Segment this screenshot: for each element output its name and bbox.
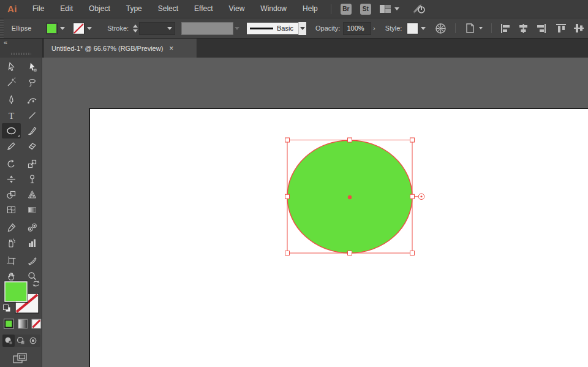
menu-object[interactable]: Object: [81, 0, 118, 18]
stroke-weight-label: Stroke:: [107, 25, 129, 32]
gpu-performance-icon[interactable]: [412, 3, 426, 15]
chevron-down-icon: [235, 27, 239, 30]
default-fill-stroke-icon[interactable]: [2, 304, 12, 313]
tools-panel: T: [0, 58, 42, 367]
fill-color-swatch: [46, 23, 58, 34]
slice-tool[interactable]: [23, 253, 42, 268]
selection-handle[interactable]: [348, 138, 352, 142]
lasso-tool[interactable]: [23, 75, 42, 90]
menu-view[interactable]: View: [221, 0, 253, 18]
gradient-button[interactable]: [18, 319, 28, 329]
direct-selection-tool[interactable]: [23, 59, 42, 75]
selection-handle[interactable]: [410, 194, 415, 199]
document-setup-icon[interactable]: [464, 22, 483, 34]
stroke-weight-combo[interactable]: [139, 22, 175, 35]
perspective-grid-tool[interactable]: [23, 187, 42, 202]
artboard-tool[interactable]: [2, 253, 21, 268]
stock-badge-icon[interactable]: St: [360, 4, 371, 15]
menu-effect[interactable]: Effect: [186, 0, 221, 18]
selection-handle[interactable]: [348, 251, 352, 255]
stepper-down-icon[interactable]: [133, 29, 138, 32]
panel-grip-dots[interactable]: [11, 53, 31, 55]
magic-wand-tool[interactable]: [2, 75, 21, 90]
menu-type[interactable]: Type: [118, 0, 150, 18]
artboard[interactable]: [89, 108, 588, 367]
gradient-tool[interactable]: [23, 202, 42, 218]
chevron-down-icon: [421, 27, 426, 30]
illustrator-window: { "colors": { "fill_green": "#65de3d", "…: [0, 0, 588, 367]
color-button[interactable]: [4, 319, 14, 329]
chevron-down-icon: [394, 7, 399, 10]
pen-tool[interactable]: [2, 93, 21, 108]
type-tool[interactable]: T: [2, 108, 21, 123]
brush-definition-dropdown[interactable]: Basic: [247, 23, 298, 34]
selection-handle[interactable]: [410, 138, 415, 142]
stroke-weight-stepper[interactable]: [133, 22, 138, 34]
puppet-warp-tool[interactable]: [23, 172, 42, 187]
panel-grip[interactable]: [0, 18, 4, 38]
menu-help[interactable]: Help: [295, 0, 326, 18]
selection-handle[interactable]: [285, 251, 290, 255]
workspace-switcher-icon[interactable]: [379, 4, 399, 13]
fill-color-dropdown[interactable]: [46, 23, 65, 34]
brush-definition-value: Basic: [277, 25, 293, 32]
shape-builder-tool[interactable]: [2, 187, 21, 202]
align-right-icon[interactable]: [536, 24, 546, 33]
selection-handle[interactable]: [285, 138, 290, 142]
none-button[interactable]: [31, 319, 42, 329]
symbol-sprayer-tool[interactable]: [2, 235, 21, 251]
eyedropper-tool[interactable]: [2, 220, 21, 235]
menu-window[interactable]: Window: [252, 0, 295, 18]
recolor-artwork-icon[interactable]: [435, 23, 447, 34]
collapse-panel-icon[interactable]: «: [4, 39, 7, 46]
menu-file[interactable]: File: [24, 0, 52, 18]
fill-swatch[interactable]: [4, 281, 28, 303]
ellipse-tool[interactable]: [2, 123, 21, 138]
rotate-tool[interactable]: [2, 156, 21, 172]
eraser-tool[interactable]: [23, 138, 42, 154]
menu-edit[interactable]: Edit: [52, 0, 81, 18]
selection-handle[interactable]: [285, 194, 290, 199]
selection-handle[interactable]: [410, 251, 415, 255]
center-point[interactable]: [348, 195, 352, 199]
canvas-area[interactable]: [42, 58, 588, 367]
menu-bar: Ai File Edit Object Type Select Effect V…: [0, 0, 588, 18]
line-segment-tool[interactable]: [23, 108, 42, 123]
chevron-down-icon: [300, 27, 305, 30]
shaper-tool[interactable]: [2, 138, 21, 154]
document-tab[interactable]: Untitled-1* @ 66.67% (RGB/Preview) ×: [44, 39, 197, 58]
draw-behind-mode-icon[interactable]: [15, 335, 27, 347]
chevron-down-icon: [60, 27, 65, 30]
column-graph-tool[interactable]: [23, 235, 42, 251]
swap-fill-stroke-icon[interactable]: [32, 279, 40, 288]
control-bar: Ellipse Stroke: Basic Opacity: 100% › St…: [0, 18, 588, 39]
align-top-icon[interactable]: [556, 23, 567, 33]
opacity-menu-arrow[interactable]: ›: [371, 23, 377, 34]
brush-definition-chevron[interactable]: [298, 22, 307, 35]
align-left-icon[interactable]: [500, 24, 511, 33]
app-logo: Ai: [0, 4, 24, 14]
close-icon[interactable]: ×: [169, 44, 173, 53]
align-vcenter-icon[interactable]: [574, 23, 584, 33]
scale-tool[interactable]: [23, 156, 42, 172]
curvature-tool[interactable]: [23, 93, 42, 108]
draw-normal-mode-icon[interactable]: [2, 335, 15, 347]
draw-inside-mode-icon[interactable]: [27, 335, 39, 347]
blend-tool[interactable]: [23, 220, 42, 235]
type-tool-glyph: T: [9, 111, 14, 121]
opacity-field[interactable]: 100%: [343, 22, 371, 35]
chevron-down-icon: [87, 27, 92, 30]
align-hcenter-icon[interactable]: [518, 24, 529, 33]
selection-tool[interactable]: [2, 59, 21, 75]
paintbrush-tool[interactable]: [23, 123, 42, 138]
stroke-color-swatch: [73, 23, 85, 34]
stepper-up-icon[interactable]: [133, 25, 138, 28]
change-screen-mode-icon[interactable]: [12, 352, 28, 367]
menu-select[interactable]: Select: [150, 0, 186, 18]
stroke-color-dropdown[interactable]: [73, 23, 92, 34]
width-tool[interactable]: [2, 172, 21, 187]
bridge-badge-icon[interactable]: Br: [341, 4, 352, 15]
toolbar-collapse-strip[interactable]: «: [0, 39, 43, 58]
style-dropdown[interactable]: [407, 23, 426, 34]
mesh-tool[interactable]: [2, 202, 21, 218]
